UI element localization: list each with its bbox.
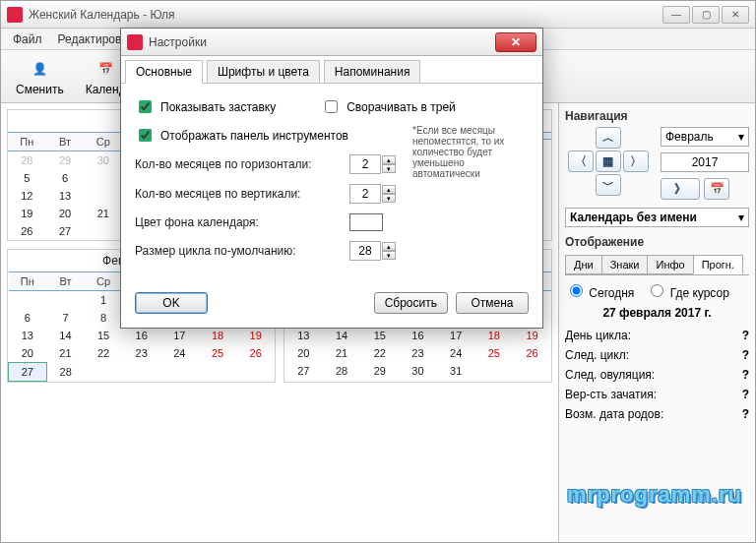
spin-up-icon[interactable]: ▴ bbox=[382, 155, 396, 164]
spin-down-icon[interactable]: ▾ bbox=[382, 164, 396, 173]
sidebar: Навигация ︿ 〈 ▦ 〉 ﹀ Февраль▾ 2017 》 bbox=[558, 103, 755, 542]
close-button[interactable]: ✕ bbox=[722, 6, 749, 24]
ok-button[interactable]: OK bbox=[135, 292, 208, 314]
nav-left[interactable]: 〈 bbox=[568, 151, 594, 172]
menu-file[interactable]: Файл bbox=[7, 30, 48, 48]
tab-signs[interactable]: Знаки bbox=[601, 255, 649, 274]
spinner-months-horiz[interactable]: ▴▾ bbox=[349, 154, 396, 174]
info-list: День цикла:? След. цикл:? След. овуляция… bbox=[565, 326, 749, 424]
dialog-tabs: Основные Шрифты и цвета Напоминания bbox=[121, 56, 542, 84]
weekday-we: Ср bbox=[84, 133, 122, 151]
toolbar-change-user[interactable]: 👤 Сменить bbox=[7, 53, 73, 100]
chevron-down-icon: ▾ bbox=[738, 211, 744, 224]
maximize-button[interactable]: ▢ bbox=[692, 6, 720, 24]
settings-dialog: Настройки ✕ Основные Шрифты и цвета Напо… bbox=[120, 28, 543, 329]
nav-today[interactable]: 📅 bbox=[704, 178, 729, 200]
menu-edit[interactable]: Редактиров bbox=[52, 30, 128, 48]
watermark: mrprogramm.ru bbox=[567, 482, 742, 508]
tab-info[interactable]: Инфо bbox=[647, 255, 693, 274]
info-date: 27 февраля 2017 г. bbox=[565, 306, 749, 320]
display-tabs: Дни Знаки Инфо Прогн. bbox=[565, 255, 749, 275]
checkbox-minimize-tray[interactable]: Сворачивать в трей bbox=[321, 97, 456, 116]
tab-fonts[interactable]: Шрифты и цвета bbox=[207, 60, 320, 84]
minimize-button[interactable]: — bbox=[662, 6, 690, 24]
color-picker[interactable] bbox=[349, 213, 383, 231]
months-note: *Если все месяцы непоместятся, то их кол… bbox=[412, 125, 531, 179]
weekday-tu: Вт bbox=[46, 133, 85, 151]
spinner-cycle[interactable]: ▴▾ bbox=[349, 241, 396, 261]
label-months-horiz: Кол-во месяцев по горизонтали: bbox=[135, 157, 342, 171]
dialog-close-button[interactable]: ✕ bbox=[495, 32, 536, 52]
label-bg-color: Цвет фона календаря: bbox=[135, 215, 342, 229]
toolbar-change-label: Сменить bbox=[16, 83, 64, 96]
year-select[interactable]: 2017 bbox=[661, 152, 749, 172]
label-months-vert: Кол-во месяцев по вертикали: bbox=[135, 187, 342, 201]
checkbox-show-toolbar[interactable]: Отображать панель инструментов bbox=[135, 126, 348, 145]
user-icon: 👤 bbox=[28, 57, 51, 81]
checkbox-show-splash[interactable]: Показывать заставку bbox=[135, 97, 276, 116]
cancel-button[interactable]: Отмена bbox=[456, 292, 529, 314]
nav-center[interactable]: ▦ bbox=[596, 151, 621, 172]
display-section-title: Отображение bbox=[565, 235, 749, 249]
spinner-months-vert[interactable]: ▴▾ bbox=[349, 184, 396, 204]
month-select[interactable]: Февраль▾ bbox=[661, 127, 749, 147]
weekday-mo: Пн bbox=[8, 133, 46, 151]
label-cycle-default: Размер цикла по-умолчанию: bbox=[135, 244, 342, 258]
window-title: Женский Календарь - Юля bbox=[29, 8, 662, 22]
nav-up[interactable]: ︿ bbox=[596, 127, 621, 149]
app-icon bbox=[7, 7, 23, 23]
dialog-titlebar: Настройки ✕ bbox=[121, 29, 542, 56]
calendar-name-select[interactable]: Календарь без имени ▾ bbox=[565, 208, 749, 227]
nav-right[interactable]: 〉 bbox=[623, 151, 649, 172]
chevron-down-icon: ▾ bbox=[738, 130, 744, 144]
nav-down[interactable]: ﹀ bbox=[596, 174, 621, 196]
dialog-icon bbox=[127, 34, 143, 50]
radio-cursor[interactable]: Где курсор bbox=[646, 281, 728, 300]
dialog-title: Настройки bbox=[149, 35, 495, 49]
nav-arrows: ︿ 〈 ▦ 〉 ﹀ bbox=[565, 127, 651, 196]
nav-skip[interactable]: 》 bbox=[661, 178, 700, 200]
calendar-icon: 📅 bbox=[94, 57, 117, 81]
tab-progn[interactable]: Прогн. bbox=[693, 255, 743, 274]
tab-main[interactable]: Основные bbox=[125, 60, 203, 84]
radio-today[interactable]: Сегодня bbox=[565, 281, 634, 300]
tab-reminders[interactable]: Напоминания bbox=[324, 60, 421, 84]
reset-button[interactable]: Сбросить bbox=[374, 292, 448, 314]
tab-days[interactable]: Дни bbox=[565, 255, 602, 274]
main-titlebar: Женский Календарь - Юля — ▢ ✕ bbox=[1, 1, 755, 29]
nav-section-title: Навигация bbox=[565, 109, 749, 123]
